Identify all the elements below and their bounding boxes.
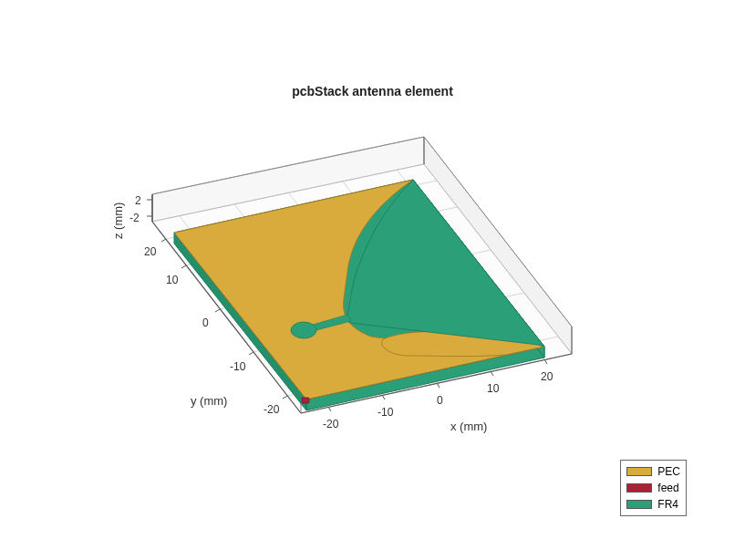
z-tick-1: 2 — [135, 194, 141, 207]
x-tick-1: -10 — [378, 406, 393, 419]
svg-line-32 — [161, 239, 166, 242]
svg-line-25 — [437, 383, 440, 388]
figure-3d-plot: { "chart_data": { "type": "surface3d", "… — [0, 0, 745, 560]
chart-title: pcbStack antenna element — [0, 84, 745, 99]
x-axis-label: x (mm) — [450, 420, 487, 433]
plot-svg — [78, 100, 643, 429]
svg-line-31 — [181, 265, 186, 268]
x-tick-2: 0 — [437, 394, 443, 407]
legend-label-pec: PEC — [657, 465, 680, 478]
svg-line-28 — [283, 396, 287, 399]
x-tick-0: -20 — [323, 418, 338, 430]
axes-3d[interactable] — [78, 100, 643, 429]
z-ticks — [147, 200, 152, 216]
svg-line-30 — [215, 309, 220, 312]
swatch-fr4 — [626, 500, 652, 509]
via-pad — [291, 322, 316, 338]
legend-label-feed: feed — [657, 482, 678, 494]
legend[interactable]: PEC feed FR4 — [620, 460, 687, 516]
legend-item-feed[interactable]: feed — [626, 480, 680, 496]
y-tick-3: 10 — [166, 274, 178, 286]
feed-marker — [302, 398, 309, 403]
x-tick-3: 10 — [487, 382, 499, 395]
y-tick-4: 20 — [144, 245, 156, 258]
y-tick-2: 0 — [202, 316, 209, 329]
swatch-pec — [626, 467, 652, 476]
legend-item-pec[interactable]: PEC — [626, 463, 680, 480]
y-axis-label: y (mm) — [191, 394, 227, 408]
y-tick-0: -20 — [264, 403, 279, 416]
legend-label-fr4: FR4 — [657, 498, 678, 511]
svg-line-29 — [249, 352, 254, 355]
svg-line-23 — [328, 407, 331, 411]
swatch-feed — [626, 483, 652, 493]
legend-item-fr4[interactable]: FR4 — [626, 496, 680, 513]
z-tick-0: -2 — [129, 212, 140, 224]
y-tick-1: -10 — [230, 360, 245, 373]
z-axis-label: z (mm) — [111, 202, 125, 239]
x-tick-4: 20 — [541, 370, 553, 383]
